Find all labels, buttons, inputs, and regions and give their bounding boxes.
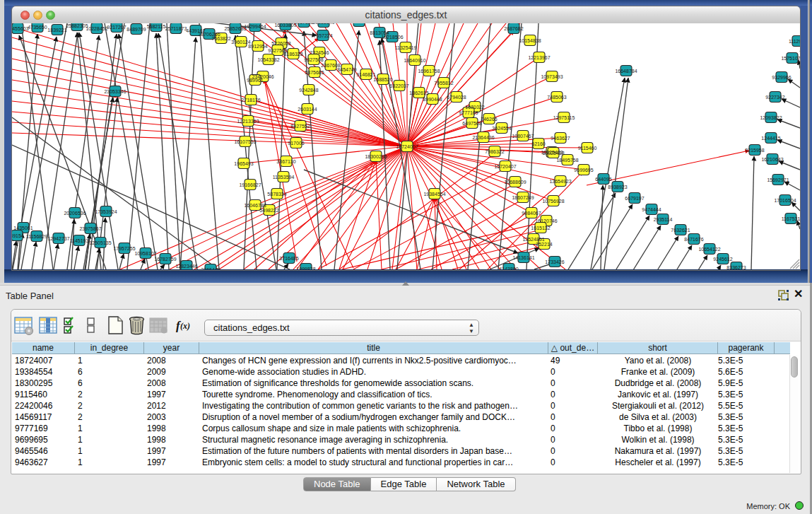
svg-text:23975867: 23975867 <box>79 226 101 231</box>
svg-text:6794028: 6794028 <box>447 95 466 100</box>
svg-text:8471676: 8471676 <box>684 237 703 242</box>
svg-text:989961: 989961 <box>247 78 263 83</box>
svg-text:9242848: 9242848 <box>299 88 318 93</box>
svg-text:(x): (x) <box>180 321 190 331</box>
svg-text:7632621: 7632621 <box>671 228 690 233</box>
svg-text:2324546: 2324546 <box>310 50 329 55</box>
svg-text:16107553: 16107553 <box>234 139 256 144</box>
svg-text:39154: 39154 <box>12 233 24 238</box>
svg-text:5226058: 5226058 <box>271 41 290 46</box>
svg-text:9474444: 9474444 <box>642 207 661 212</box>
svg-text:16033809: 16033809 <box>274 23 296 28</box>
svg-text:12942737: 12942737 <box>47 236 69 241</box>
svg-text:1244415: 1244415 <box>761 136 780 141</box>
svg-text:10973493: 10973493 <box>541 74 563 79</box>
svg-text:9329966: 9329966 <box>772 75 791 80</box>
svg-text:1112903: 1112903 <box>789 39 800 44</box>
svg-text:12213967: 12213967 <box>528 55 550 60</box>
svg-text:7663822: 7663822 <box>211 36 230 41</box>
svg-text:17353924: 17353924 <box>95 209 117 214</box>
svg-text:252214: 252214 <box>536 242 552 247</box>
svg-text:9777169: 9777169 <box>459 110 478 115</box>
svg-text:9115460: 9115460 <box>578 146 597 151</box>
svg-text:11353594: 11353594 <box>273 175 295 180</box>
svg-text:15720407: 15720407 <box>494 164 516 169</box>
svg-text:18640910: 18640910 <box>404 58 425 63</box>
svg-text:11156829: 11156829 <box>26 234 47 239</box>
svg-text:10807467: 10807467 <box>512 134 534 139</box>
svg-text:644095: 644095 <box>595 177 611 182</box>
svg-text:6322037: 6322037 <box>389 83 408 88</box>
svg-text:9084067: 9084067 <box>522 211 541 216</box>
svg-text:7485063: 7485063 <box>547 95 566 100</box>
svg-text:9146821: 9146821 <box>356 72 375 77</box>
svg-text:13654923: 13654923 <box>549 179 571 184</box>
svg-text:22455603: 22455603 <box>12 26 29 31</box>
svg-text:1839221: 1839221 <box>47 28 66 33</box>
svg-text:18724007: 18724007 <box>396 144 418 149</box>
svg-text:18495758: 18495758 <box>556 158 578 163</box>
svg-text:1435061: 1435061 <box>13 226 33 230</box>
svg-text:1167531: 1167531 <box>782 216 800 221</box>
svg-text:15692971: 15692971 <box>767 177 789 182</box>
svg-text:19166827: 19166827 <box>239 182 261 187</box>
svg-text:5498222: 5498222 <box>259 208 278 213</box>
svg-text:20813640: 20813640 <box>312 23 334 25</box>
svg-text:17016504: 17016504 <box>774 198 796 203</box>
svg-text:12093822: 12093822 <box>760 115 782 120</box>
svg-text:10688609: 10688609 <box>504 180 526 185</box>
svg-text:16120746: 16120746 <box>535 218 557 223</box>
svg-text:9245612: 9245612 <box>713 257 732 262</box>
svg-text:2935114: 2935114 <box>654 217 673 222</box>
svg-text:10958107: 10958107 <box>134 251 156 256</box>
svg-text:8336273: 8336273 <box>726 265 746 270</box>
svg-text:20206536: 20206536 <box>64 211 86 216</box>
svg-text:8186328: 8186328 <box>283 52 302 57</box>
svg-text:5682115: 5682115 <box>147 24 166 29</box>
svg-text:2066449: 2066449 <box>201 267 220 270</box>
svg-text:16046788: 16046788 <box>244 203 266 208</box>
svg-text:8912954: 8912954 <box>248 44 267 49</box>
svg-text:16210643: 16210643 <box>761 157 783 162</box>
svg-text:10756928: 10756928 <box>542 199 564 204</box>
svg-text:2603144: 2603144 <box>298 107 317 112</box>
svg-text:25852685: 25852685 <box>224 26 246 31</box>
svg-text:4735650: 4735650 <box>28 25 47 30</box>
svg-text:12975115: 12975115 <box>553 115 575 120</box>
svg-text:15751074: 15751074 <box>781 56 800 61</box>
svg-text:2687682: 2687682 <box>504 26 523 31</box>
svg-text:10228452: 10228452 <box>86 26 107 31</box>
svg-text:18607249: 18607249 <box>512 195 534 200</box>
svg-text:14136141: 14136141 <box>512 255 534 260</box>
svg-text:16961758: 16961758 <box>418 69 440 74</box>
svg-text:7986322: 7986322 <box>485 149 504 154</box>
svg-text:3917183: 3917183 <box>294 23 313 25</box>
svg-text:1615132: 1615132 <box>531 226 550 230</box>
svg-text:10654122: 10654122 <box>698 247 720 252</box>
svg-text:5875685: 5875685 <box>305 70 324 75</box>
svg-text:3716485: 3716485 <box>279 256 298 261</box>
svg-text:25711873: 25711873 <box>165 26 187 31</box>
svg-text:21364436: 21364436 <box>472 135 494 140</box>
svg-text:8215958: 8215958 <box>745 148 764 153</box>
svg-text:19384554: 19384554 <box>423 192 445 197</box>
svg-text:16782759: 16782759 <box>154 257 176 262</box>
svg-text:11325419: 11325419 <box>395 45 417 50</box>
svg-text:1733426: 1733426 <box>545 259 564 264</box>
svg-text:5878334: 5878334 <box>267 192 286 197</box>
svg-text:10154838: 10154838 <box>519 38 541 43</box>
svg-text:17957255: 17957255 <box>113 246 135 251</box>
svg-text:9699695: 9699695 <box>574 168 593 173</box>
svg-text:9217207: 9217207 <box>107 25 126 30</box>
svg-text:917006: 917006 <box>288 141 304 146</box>
svg-text:15157347: 15157347 <box>348 23 370 24</box>
svg-text:7357224: 7357224 <box>313 33 332 38</box>
svg-text:9227342: 9227342 <box>765 95 784 100</box>
svg-text:1588520: 1588520 <box>373 77 392 82</box>
svg-text:8489709: 8489709 <box>126 27 146 32</box>
svg-text:12213363: 12213363 <box>237 119 259 124</box>
svg-text:13524851: 13524851 <box>522 237 544 242</box>
svg-text:6497568: 6497568 <box>462 121 481 126</box>
svg-text:16648784: 16648784 <box>615 69 637 74</box>
svg-text:3867130: 3867130 <box>276 159 295 164</box>
